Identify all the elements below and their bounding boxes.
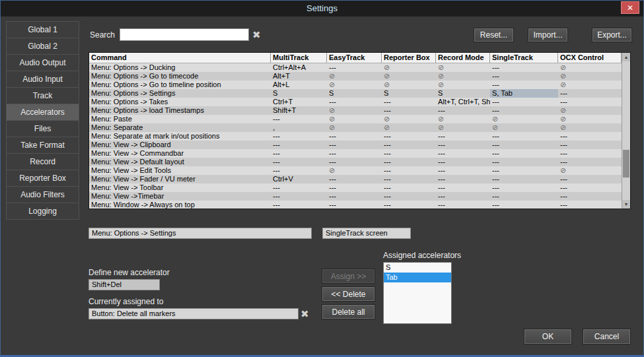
cell-reporter-box[interactable]: ⊘ (382, 63, 436, 72)
cell-singletrack[interactable]: ⊘ (490, 115, 558, 123)
export-button[interactable]: Export... (592, 28, 631, 42)
table-row[interactable]: Menu: Options -> load TimestampsShift+T⊘… (89, 106, 622, 115)
cell-easytrack[interactable]: --- (327, 175, 382, 183)
table-row[interactable]: Menu: Options -> Go to timecodeAlt+T⊘⊘⊘-… (89, 72, 622, 81)
cell-record-mode[interactable]: --- (436, 141, 490, 149)
cell-ocx-control[interactable]: --- (558, 158, 622, 166)
column-header-record-mode[interactable]: Record Mode (436, 53, 490, 63)
reset-button[interactable]: Reset... (474, 28, 513, 42)
import-button[interactable]: Import... (528, 28, 567, 42)
cell-singletrack[interactable]: --- (490, 141, 558, 149)
table-row[interactable]: Menu: Options -> TakesCtrl+T------Alt+T,… (89, 98, 622, 106)
cell-easytrack[interactable]: S (327, 89, 382, 98)
cell-command[interactable]: Menu: View -> Clipboard (89, 141, 271, 149)
table-row[interactable]: Menu: Paste---⊘⊘⊘⊘⊘ (89, 115, 622, 123)
table-row[interactable]: Menu: View -> Edit Tools---⊘---------⊘ (89, 166, 622, 175)
cell-easytrack[interactable]: ⊘ (327, 106, 382, 115)
table-row[interactable]: Menu: View -> Fader / VU meterCtrl+V----… (89, 175, 622, 183)
cell-command[interactable]: Menu: View -> Edit Tools (89, 166, 271, 175)
cell-reporter-box[interactable]: --- (382, 183, 436, 192)
cell-singletrack[interactable]: --- (490, 98, 558, 106)
cell-singletrack[interactable]: --- (490, 166, 558, 175)
cell-command[interactable]: Menu: Separate at mark in/out positions (89, 132, 271, 141)
cell-record-mode[interactable]: S (436, 89, 490, 98)
cancel-button[interactable]: Cancel (583, 329, 630, 344)
cell-command[interactable]: Menu: Options -> Settings (89, 89, 271, 98)
cell-ocx-control[interactable]: ⊘ (558, 81, 622, 89)
cell-easytrack[interactable]: --- (327, 132, 382, 141)
close-button[interactable]: ✕ (621, 1, 639, 14)
cell-command[interactable]: Menu: Paste (89, 115, 271, 123)
cell-multitrack[interactable]: --- (271, 141, 327, 149)
cell-multitrack[interactable]: --- (271, 115, 327, 123)
cell-singletrack[interactable]: --- (490, 183, 558, 192)
cell-multitrack[interactable]: --- (271, 158, 327, 166)
column-header-reporter-box[interactable]: Reporter Box (382, 53, 436, 63)
cell-ocx-control[interactable]: --- (558, 132, 622, 141)
cell-multitrack[interactable]: --- (271, 183, 327, 192)
scroll-up-icon[interactable]: ▲ (622, 53, 630, 61)
table-row[interactable]: Menu: View -> Commandbar----------------… (89, 149, 622, 158)
cell-record-mode[interactable]: --- (436, 183, 490, 192)
cell-record-mode[interactable]: Alt+T, Ctrl+T, Shi (436, 98, 490, 106)
cell-singletrack[interactable]: --- (490, 106, 558, 115)
cell-reporter-box[interactable]: --- (382, 149, 436, 158)
cell-command[interactable]: Menu: View -> Fader / VU meter (89, 175, 271, 183)
new-accelerator-input[interactable]: Shift+Del (89, 279, 160, 290)
cell-ocx-control[interactable]: ⊘ (558, 63, 622, 72)
cell-ocx-control[interactable]: ⊘ (558, 72, 622, 81)
delete-accelerator-button[interactable]: << Delete (322, 287, 375, 301)
cell-ocx-control[interactable]: ⊘ (558, 106, 622, 115)
cell-singletrack[interactable]: --- (490, 201, 558, 209)
cell-reporter-box[interactable]: --- (382, 158, 436, 166)
cell-singletrack[interactable]: S, Tab (490, 89, 558, 98)
table-row[interactable]: Menu: View -> Default layout------------… (89, 158, 622, 166)
column-header-ocx-control[interactable]: OCX Control (558, 53, 622, 63)
cell-singletrack[interactable]: --- (490, 81, 558, 89)
sidebar-item-audio-filters[interactable]: Audio Filters (6, 186, 79, 203)
cell-reporter-box[interactable]: --- (382, 201, 436, 209)
cell-reporter-box[interactable]: --- (382, 132, 436, 141)
cell-reporter-box[interactable]: ⊘ (382, 72, 436, 81)
search-input[interactable] (120, 28, 249, 41)
search-clear-icon[interactable]: ✖ (252, 28, 261, 41)
cell-reporter-box[interactable]: ⊘ (382, 123, 436, 132)
cell-reporter-box[interactable]: --- (382, 166, 436, 175)
cell-command[interactable]: Menu: View ->Timebar (89, 192, 271, 201)
cell-ocx-control[interactable]: --- (558, 98, 622, 106)
cell-easytrack[interactable]: --- (327, 63, 382, 72)
cell-ocx-control[interactable]: --- (558, 175, 622, 183)
cell-record-mode[interactable]: ⊘ (436, 123, 490, 132)
cell-ocx-control[interactable]: --- (558, 201, 622, 209)
cell-record-mode[interactable]: ⊘ (436, 72, 490, 81)
table-scrollbar[interactable]: ▲ ▼ (622, 53, 630, 209)
cell-command[interactable]: Menu: Options -> Takes (89, 98, 271, 106)
cell-easytrack[interactable]: --- (327, 158, 382, 166)
cell-record-mode[interactable]: --- (436, 192, 490, 201)
cell-ocx-control[interactable]: --- (558, 183, 622, 192)
cell-multitrack[interactable]: Ctrl+Alt+A (271, 63, 327, 72)
table-row[interactable]: Menu: Separate at mark in/out positions-… (89, 132, 622, 141)
cell-command[interactable]: Menu: Options -> load Timestamps (89, 106, 271, 115)
cell-multitrack[interactable]: Ctrl+T (271, 98, 327, 106)
table-row[interactable]: Menu: Options -> DuckingCtrl+Alt+A---⊘⊘-… (89, 63, 622, 72)
cell-easytrack[interactable]: --- (327, 149, 382, 158)
cell-singletrack[interactable]: --- (490, 132, 558, 141)
cell-reporter-box[interactable]: --- (382, 141, 436, 149)
table-row[interactable]: Menu: View -> Toolbar------------------ (89, 183, 622, 192)
table-row[interactable]: Menu: View ->Timebar------------------ (89, 192, 622, 201)
cell-record-mode[interactable]: --- (436, 175, 490, 183)
ok-button[interactable]: OK (524, 329, 571, 344)
delete-all-button[interactable]: Delete all (322, 305, 375, 319)
cell-multitrack[interactable]: Shift+T (271, 106, 327, 115)
cell-multitrack[interactable]: --- (271, 132, 327, 141)
cell-command[interactable]: Menu: Options -> Go to timecode (89, 72, 271, 81)
cell-multitrack[interactable]: S (271, 89, 327, 98)
scroll-down-icon[interactable]: ▼ (622, 200, 630, 209)
cell-singletrack[interactable]: --- (490, 175, 558, 183)
cell-reporter-box[interactable]: S (382, 89, 436, 98)
cell-reporter-box[interactable]: --- (382, 98, 436, 106)
cell-ocx-control[interactable]: --- (558, 89, 622, 98)
column-header-multitrack[interactable]: MultiTrack (271, 53, 327, 63)
column-header-singletrack[interactable]: SingleTrack (490, 53, 558, 63)
